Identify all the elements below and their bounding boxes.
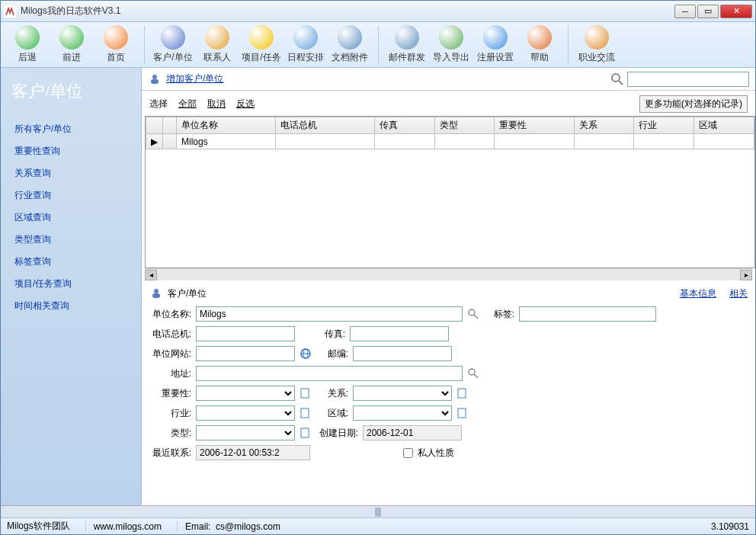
toolbar-联系人[interactable]: 联系人 [195, 25, 239, 64]
add-customer-link[interactable]: 增加客户/单位 [166, 72, 223, 85]
maximize-button[interactable]: ▭ [697, 5, 719, 18]
edit-icon[interactable] [300, 407, 312, 419]
tag-field[interactable] [519, 306, 656, 322]
svg-rect-2 [151, 79, 159, 84]
edit-icon[interactable] [300, 427, 312, 439]
toolbar-文档附件[interactable]: 文档附件 [328, 25, 372, 64]
toolbar-前进[interactable]: 前进 [50, 25, 94, 64]
last-contact-label: 最近联系: [149, 447, 191, 460]
phone-field[interactable] [196, 326, 295, 341]
unit-name-label: 单位名称: [149, 308, 191, 321]
addr-field[interactable] [196, 366, 463, 381]
svg-point-5 [154, 289, 159, 293]
select-invert-link[interactable]: 反选 [236, 98, 255, 111]
sidebar-item[interactable]: 所有客户/单位 [1, 118, 141, 140]
window-title: Milogs我的日志软件V3.1 [21, 5, 674, 18]
toolbar-首页[interactable]: 首页 [94, 25, 138, 64]
svg-point-7 [469, 309, 475, 316]
private-checkbox[interactable] [403, 448, 413, 458]
search-icon[interactable] [467, 308, 479, 320]
table-row[interactable]: ▶Milogs [146, 134, 754, 149]
edit-icon[interactable] [456, 407, 469, 419]
toolbar-客户/单位[interactable]: 客户/单位 [151, 25, 195, 64]
relation-select[interactable] [353, 386, 452, 401]
content-area: 客户/单位 所有客户/单位重要性查询关系查询行业查询区域查询类型查询标签查询项目… [1, 68, 755, 505]
tag-label: 标签: [484, 308, 514, 321]
main-scrollbar[interactable] [1, 505, 755, 517]
create-date-label: 创建日期: [316, 427, 358, 440]
relation-label: 关系: [316, 387, 348, 400]
svg-rect-14 [301, 389, 309, 398]
last-contact-field [196, 445, 310, 460]
search-icon[interactable] [610, 72, 624, 86]
toolbar-导入导出[interactable]: 导入导出 [429, 25, 473, 64]
private-label: 私人性质 [418, 447, 454, 460]
edit-icon[interactable] [456, 387, 469, 399]
column-header[interactable]: 类型 [434, 117, 495, 134]
tab-related[interactable]: 相关 [729, 288, 748, 299]
region-select[interactable] [353, 405, 452, 421]
select-cancel-link[interactable]: 取消 [207, 98, 226, 111]
people-icon [149, 287, 163, 300]
sidebar-item[interactable]: 关系查询 [1, 162, 141, 184]
column-header[interactable]: 行业 [634, 117, 694, 134]
toolbar-邮件群发[interactable]: 邮件群发 [385, 25, 429, 64]
edit-icon[interactable] [300, 387, 312, 399]
search-input[interactable] [627, 72, 749, 87]
toolbar-帮助[interactable]: 帮助 [517, 25, 562, 64]
column-header[interactable]: 重要性 [495, 117, 574, 134]
search-icon[interactable] [467, 367, 479, 380]
close-button[interactable]: ✕ [720, 5, 752, 18]
type-select[interactable] [196, 425, 295, 440]
status-version: 3.109031 [711, 521, 749, 532]
region-label: 区域: [316, 407, 348, 420]
globe-icon[interactable] [300, 348, 312, 360]
sidebar-item[interactable]: 项目/任务查询 [1, 273, 141, 295]
fax-label: 传真: [300, 328, 345, 341]
select-all-link[interactable]: 全部 [178, 98, 197, 111]
minimize-button[interactable]: ─ [674, 5, 696, 18]
unit-name-field[interactable] [196, 306, 463, 322]
svg-line-4 [619, 81, 623, 85]
column-header[interactable]: 电话总机 [275, 117, 374, 134]
status-site[interactable]: www.milogs.com [85, 521, 162, 532]
website-field[interactable] [196, 346, 295, 361]
detail-panel: 客户/单位 基本信息 相关 单位名称: 标签: 电话总机: 传真 [142, 280, 755, 505]
sidebar-item[interactable]: 重要性查询 [1, 140, 141, 162]
column-header[interactable]: 关系 [574, 117, 634, 134]
industry-select[interactable] [196, 405, 295, 421]
column-header[interactable]: 传真 [374, 117, 434, 134]
sidebar-title: 客户/单位 [1, 77, 141, 118]
status-team: Milogs软件团队 [7, 520, 70, 533]
svg-rect-17 [458, 408, 466, 418]
main-panel: 增加客户/单位 选择 全部 取消 反选 更多功能(对选择的记录) 单位名称电话总… [142, 68, 755, 505]
svg-rect-15 [458, 389, 466, 398]
importance-select[interactable] [196, 386, 295, 401]
sidebar-item[interactable]: 类型查询 [1, 229, 141, 251]
column-header[interactable] [163, 117, 177, 134]
sidebar-item[interactable]: 标签查询 [1, 251, 141, 273]
customer-grid[interactable]: 单位名称电话总机传真类型重要性关系行业区域 ▶Milogs [145, 116, 755, 268]
zip-label: 邮编: [316, 348, 348, 360]
sidebar: 客户/单位 所有客户/单位重要性查询关系查询行业查询区域查询类型查询标签查询项目… [1, 68, 142, 505]
toolbar-后退[interactable]: 后退 [5, 25, 50, 64]
fax-field[interactable] [350, 326, 449, 341]
column-header[interactable]: 单位名称 [177, 117, 276, 134]
more-actions-button[interactable]: 更多功能(对选择的记录) [639, 95, 748, 113]
toolbar-注册设置[interactable]: 注册设置 [473, 25, 517, 64]
toolbar-职业交流[interactable]: 职业交流 [575, 25, 619, 64]
create-date-field [363, 425, 462, 440]
action-bar: 增加客户/单位 [142, 68, 755, 91]
column-header[interactable]: 区域 [694, 117, 754, 134]
type-label: 类型: [149, 427, 191, 440]
toolbar-项目/任务[interactable]: 项目/任务 [239, 25, 284, 64]
sidebar-item[interactable]: 时间相关查询 [1, 295, 141, 317]
sidebar-item[interactable]: 区域查询 [1, 207, 141, 229]
zip-field[interactable] [353, 346, 452, 361]
grid-scrollbar[interactable]: ◂▸ [145, 268, 752, 280]
tab-basic-info[interactable]: 基本信息 [680, 288, 716, 299]
toolbar-日程安排[interactable]: 日程安排 [284, 25, 328, 64]
column-header[interactable] [146, 117, 163, 134]
sidebar-item[interactable]: 行业查询 [1, 184, 141, 207]
svg-line-8 [474, 315, 478, 319]
